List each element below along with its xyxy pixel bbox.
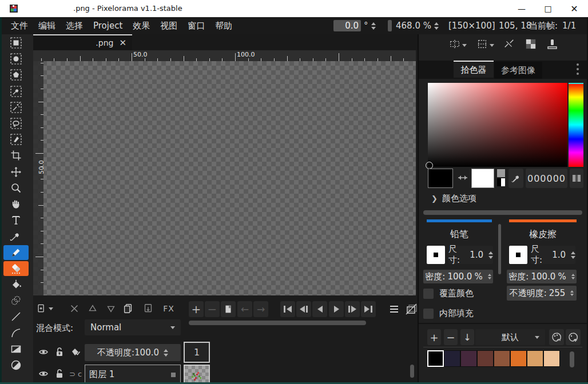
add-frame-button[interactable]: +: [189, 301, 204, 317]
tool-ellipse[interactable]: [3, 358, 29, 373]
zoom-value[interactable]: 468.0 %: [396, 21, 431, 31]
pixel-perfect-button[interactable]: [500, 37, 518, 54]
menu-item-4[interactable]: Project: [88, 21, 128, 31]
new-palette-button[interactable]: [566, 329, 581, 345]
go-last-frame-button[interactable]: [361, 301, 376, 317]
palette-select-dropdown[interactable]: 默认: [475, 329, 545, 345]
overwrite-color-checkbox[interactable]: [423, 289, 434, 299]
rotation-spinbox[interactable]: 0.0 °: [333, 17, 376, 34]
maximize-button[interactable]: □: [537, 1, 559, 16]
fill-inside-checkbox[interactable]: [423, 309, 434, 319]
tool-rectangle[interactable]: [3, 342, 29, 357]
hue-cursor[interactable]: [569, 83, 583, 84]
move-layer-down-button[interactable]: [102, 301, 120, 316]
layer1-link-icon[interactable]: ⊃ c: [68, 366, 83, 381]
remove-palette-color-button[interactable]: −: [444, 329, 458, 345]
vertical-ruler[interactable]: 50.0: [33, 61, 43, 295]
rotation-value[interactable]: 0.0: [333, 20, 361, 31]
next-frame-button[interactable]: [345, 301, 360, 317]
pencil-panel-scrollbar[interactable]: [498, 224, 501, 274]
palette-color-5[interactable]: [510, 350, 527, 367]
frame-header[interactable]: 1: [184, 342, 210, 363]
color-options-expander[interactable]: ❯ 颜色选项: [431, 193, 476, 204]
tool-lasso[interactable]: [3, 116, 29, 131]
tool-color-picker[interactable]: [3, 229, 29, 243]
tool-line[interactable]: [3, 309, 29, 324]
move-layer-up-button[interactable]: [84, 301, 101, 316]
menu-item-1[interactable]: 文件: [6, 21, 33, 31]
tool-pencil[interactable]: [3, 245, 29, 260]
mirror-vertical-button[interactable]: [473, 37, 497, 54]
fx-button[interactable]: FX: [160, 301, 177, 316]
minimize-button[interactable]: —: [510, 1, 533, 16]
tool-select-by-color[interactable]: [3, 84, 29, 99]
add-layer-button[interactable]: [36, 301, 53, 316]
mirror-horizontal-button[interactable]: [444, 37, 471, 54]
close-button[interactable]: ✕: [563, 1, 586, 16]
menu-item-8[interactable]: 帮助: [210, 21, 237, 31]
timeline-vertical-scrollbar[interactable]: [410, 365, 414, 378]
zoom-spin-arrows[interactable]: [434, 22, 439, 30]
ink-stamp-button[interactable]: [542, 37, 561, 54]
tool-text[interactable]: [3, 213, 29, 227]
hue-slider[interactable]: [569, 83, 583, 167]
cel-list-button[interactable]: [387, 301, 402, 317]
tab-close-icon[interactable]: ✕: [119, 38, 126, 48]
prev-frame-button[interactable]: [296, 301, 311, 317]
layer-visibility-button[interactable]: [35, 345, 51, 359]
delete-layer-button[interactable]: [66, 301, 83, 316]
tab-color-picker[interactable]: 拾色器: [454, 61, 494, 78]
tool-magic-wand[interactable]: [3, 100, 29, 115]
play-backwards-button[interactable]: [312, 301, 327, 317]
document-tab[interactable]: .png ✕: [33, 34, 132, 50]
menu-item-3[interactable]: 选择: [61, 21, 88, 31]
play-forward-button[interactable]: [329, 301, 344, 317]
pencil-density-slider[interactable]: 密度: 100.0 %: [423, 270, 493, 283]
sort-palette-button[interactable]: ↓: [460, 329, 474, 345]
alpha-checker-button[interactable]: [521, 37, 540, 54]
tool-zoom[interactable]: [3, 181, 29, 195]
primary-color-swatch[interactable]: [428, 169, 453, 188]
kebab-menu-icon[interactable]: [577, 63, 579, 75]
horizontal-ruler[interactable]: 50.0100.0: [33, 50, 416, 61]
onion-skin-button[interactable]: [404, 301, 419, 317]
tool-polygon-select[interactable]: [3, 67, 29, 82]
pencil-size-spinbox[interactable]: 尺寸: 1.0: [448, 246, 493, 264]
tool-pan[interactable]: [3, 197, 29, 211]
eraser-size-spinbox[interactable]: 尺寸: 1.0: [531, 246, 575, 264]
add-palette-color-button[interactable]: +: [427, 329, 441, 345]
tool-ellipse-select[interactable]: [3, 51, 29, 66]
move-frame-left-button[interactable]: ←: [237, 301, 252, 317]
layer1-lock-button[interactable]: [52, 366, 67, 381]
tool-curve[interactable]: [3, 326, 29, 341]
tool-rectangle-select[interactable]: [3, 35, 29, 50]
tool-crop[interactable]: [3, 148, 29, 163]
menu-item-6[interactable]: 视图: [155, 21, 182, 31]
default-colors-swatch[interactable]: [497, 178, 505, 186]
color-panel-scrollbar[interactable]: [423, 210, 582, 215]
timeline-horizontal-scrollbar[interactable]: [189, 321, 366, 325]
edit-palette-button[interactable]: [549, 329, 564, 345]
title-bar[interactable]: .png - Pixelorama v1.1-stable — □ ✕: [0, 0, 588, 18]
zoom-spinbox[interactable]: 468.0 %: [388, 17, 439, 34]
menu-item-2[interactable]: 编辑: [33, 21, 61, 31]
move-frame-right-button[interactable]: →: [253, 301, 268, 317]
copy-frame-button[interactable]: [221, 301, 236, 317]
menu-item-7[interactable]: 窗口: [182, 21, 210, 31]
layer-lock-button[interactable]: [52, 345, 67, 359]
default-colors-top[interactable]: [497, 169, 505, 177]
pencil-brush-preview[interactable]: [427, 246, 445, 264]
overwrite-color-checkbox-row[interactable]: 覆盖颜色: [423, 288, 474, 299]
tool-move[interactable]: [3, 165, 29, 179]
eraser-opacity-slider[interactable]: 不透明度: 255: [507, 286, 577, 301]
palette-scrollbar[interactable]: [570, 351, 574, 367]
hex-color-field[interactable]: 000000: [526, 169, 567, 188]
blend-mode-dropdown[interactable]: Normal: [85, 319, 181, 335]
eraser-brush-preview[interactable]: [509, 246, 527, 264]
secondary-color-swatch[interactable]: [471, 169, 494, 188]
menu-item-5[interactable]: 效果: [128, 21, 155, 31]
layer-opacity-spinbox[interactable]: 不透明度: 100.0: [85, 344, 181, 361]
tab-reference-images[interactable]: 参考图像: [494, 62, 542, 79]
duplicate-layer-button[interactable]: [120, 301, 137, 316]
palette-color-4[interactable]: [494, 350, 510, 367]
